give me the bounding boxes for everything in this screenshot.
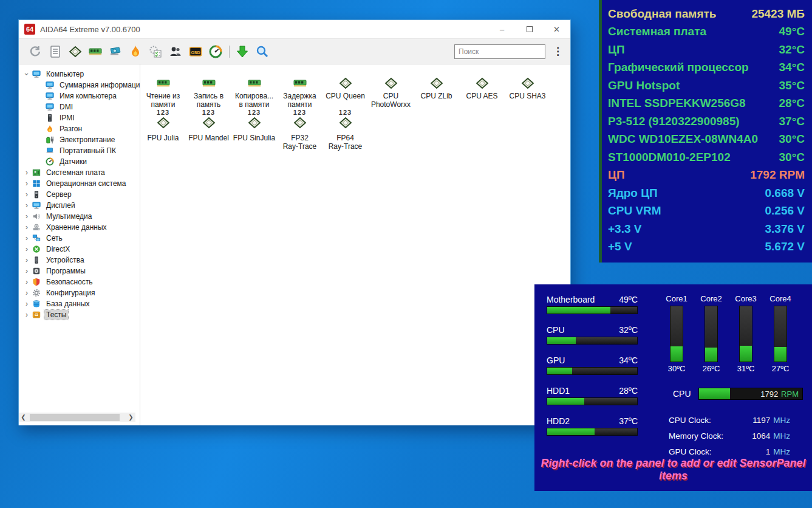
chevron-collapsed-icon[interactable]: › xyxy=(22,234,31,242)
chevron-collapsed-icon[interactable]: › xyxy=(22,267,31,275)
chevron-collapsed-icon[interactable]: › xyxy=(22,190,31,199)
sidebar-item-computer[interactable]: ›Компьютер xyxy=(19,69,140,80)
maximize-button[interactable] xyxy=(516,20,543,38)
benchmark-cpu-photoworxx[interactable]: CPUPhotoWorxx xyxy=(368,69,414,109)
chevron-collapsed-icon[interactable]: › xyxy=(22,278,31,286)
chevron-collapsed-icon[interactable]: › xyxy=(22,245,31,253)
sidebar-horizontal-scrollbar[interactable]: ❮ ❯ xyxy=(19,413,135,422)
memory-toolbar-icon[interactable] xyxy=(87,44,103,60)
sidebar-item-programs[interactable]: ›Программы xyxy=(19,266,140,276)
sidebar-item-security[interactable]: ›Безопасность xyxy=(19,276,140,287)
scroll-left-icon[interactable]: ❮ xyxy=(19,413,28,422)
update-toolbar-icon[interactable] xyxy=(234,44,250,60)
close-button[interactable]: ✕ xyxy=(543,20,570,38)
device-icon xyxy=(32,256,42,264)
benchmark-label: Запись впамять xyxy=(194,92,223,109)
sidebar-item-summary[interactable]: Суммарная информация xyxy=(19,80,140,91)
sidebar-item-label: Мультимедиа xyxy=(44,211,94,221)
sidebar-item-portable[interactable]: Портативный ПК xyxy=(19,145,140,156)
sidebar-item-storage[interactable]: ›Хранение данных xyxy=(19,222,140,233)
chevron-collapsed-icon[interactable]: › xyxy=(22,300,31,308)
benchmark-fp64-raytrace[interactable]: 123FP64Ray-Trace xyxy=(322,111,368,151)
minimize-button[interactable]: – xyxy=(488,20,516,38)
osd-row: ЦП1792 RPM xyxy=(608,166,805,185)
fpu-icon: 123 xyxy=(199,111,219,132)
benchmark-fpu-sinjulia[interactable]: 123FPU SinJulia xyxy=(231,111,277,151)
chevron-collapsed-icon[interactable]: › xyxy=(22,311,31,319)
gpu-toolbar-icon[interactable] xyxy=(107,44,123,60)
osd-value: 0.668 V xyxy=(765,187,805,200)
chevron-collapsed-icon[interactable]: › xyxy=(22,179,31,188)
scrollbar-thumb[interactable] xyxy=(30,414,120,421)
sidebar-item-config[interactable]: ›Конфигурация xyxy=(19,287,140,298)
sidebar-item-server[interactable]: ›Сервер xyxy=(19,189,140,200)
users-toolbar-icon[interactable] xyxy=(168,44,183,60)
benchmark-memory-read[interactable]: Чтение изпамяти xyxy=(140,69,186,109)
sidebar-item-motherboard[interactable]: ›Системная плата xyxy=(19,167,140,178)
sensor-panel[interactable]: Motherboard49ºCCPU32ºCGPU34ºCHDD128ºCHDD… xyxy=(534,284,812,491)
search-input[interactable] xyxy=(454,44,545,59)
overflow-menu-icon[interactable]: ⋮ xyxy=(553,49,563,55)
clock-label: GPU Clock: xyxy=(669,447,712,456)
gauge-value: 37ºC xyxy=(619,416,638,426)
chevron-collapsed-icon[interactable]: › xyxy=(22,223,31,232)
sidebar-item-benchmark[interactable]: ›Тесты xyxy=(19,309,140,320)
scrollbar-track[interactable] xyxy=(28,413,126,422)
gauge-toolbar-icon[interactable] xyxy=(208,44,223,60)
gauge-header: HDD128ºC xyxy=(547,386,638,396)
chevron-collapsed-icon[interactable]: › xyxy=(22,256,31,264)
chip-icon xyxy=(335,69,356,90)
zoomsearch-toolbar-icon[interactable] xyxy=(254,44,270,60)
sidebar-item-multimedia[interactable]: ›Мультимедиа xyxy=(19,211,140,222)
osd-value: 30°C xyxy=(779,132,805,146)
sidebar-item-dmi[interactable]: DMI xyxy=(19,101,140,112)
benchmark-cpu-sha3[interactable]: CPU SHA3 xyxy=(505,69,550,109)
sidebar-item-sensors[interactable]: Датчики xyxy=(19,156,140,167)
benchmark-fp32-raytrace[interactable]: 123FP32Ray-Trace xyxy=(277,111,322,151)
refresh-toolbar-icon[interactable] xyxy=(27,44,43,60)
osd-label: INTEL SSDPEKKW256G8 xyxy=(608,97,746,110)
chevron-expanded-icon[interactable]: › xyxy=(22,70,31,78)
sidebar-item-os[interactable]: ›Операционная система xyxy=(19,178,140,189)
benchmark-fpu-julia[interactable]: 123FPU Julia xyxy=(140,111,186,151)
benchmark-cpu-zlib[interactable]: CPU ZLib xyxy=(414,69,459,109)
benchmark-memory-latency[interactable]: Задержкапамяти xyxy=(277,69,322,109)
sidebar-item-label: Суммарная информация xyxy=(58,80,140,90)
benchmark-fpu-mandel[interactable]: 123FPU Mandel xyxy=(186,111,231,151)
chevron-collapsed-icon[interactable]: › xyxy=(22,289,31,297)
osd-panel[interactable]: Свободная память25423 МБСистемная плата4… xyxy=(599,0,812,263)
sidebar-item-label: Хранение данных xyxy=(44,222,109,232)
sidebar-item-ipmi[interactable]: IPMI xyxy=(19,112,140,123)
scroll-right-icon[interactable]: ❯ xyxy=(126,413,135,422)
osd-label: Свободная память xyxy=(608,7,717,21)
benchmark-label: FP32Ray-Trace xyxy=(283,134,317,151)
sidebar-item-devices[interactable]: ›Устройства xyxy=(19,255,140,266)
osd-toolbar-icon[interactable]: OSD xyxy=(188,44,203,60)
benchmark-cpu-queen[interactable]: CPU Queen xyxy=(322,69,368,109)
titlebar[interactable]: 64 AIDA64 Extreme v7.00.6700 – ✕ xyxy=(19,20,570,38)
chevron-collapsed-icon[interactable]: › xyxy=(22,168,31,177)
preferences-toolbar-icon[interactable] xyxy=(148,44,163,60)
chevron-collapsed-icon[interactable]: › xyxy=(22,201,31,210)
osd-value: 0.256 V xyxy=(765,204,805,218)
sidebar-item-computer-name[interactable]: Имя компьютера xyxy=(19,91,140,101)
report-toolbar-icon[interactable] xyxy=(47,44,63,60)
sidebar-item-database[interactable]: ›База данных xyxy=(19,298,140,309)
osd-label: Ядро ЦП xyxy=(608,187,658,200)
cpu-toolbar-icon[interactable] xyxy=(67,44,83,60)
chip-icon xyxy=(517,69,538,90)
core-bar xyxy=(739,306,752,362)
sidebar-item-overclock[interactable]: Разгон xyxy=(19,123,140,134)
burn-toolbar-icon[interactable] xyxy=(128,44,143,60)
sidebar-item-directx[interactable]: ›DirectX xyxy=(19,244,140,255)
benchmark-cpu-aes[interactable]: CPU AES xyxy=(459,69,505,109)
sidebar-item-network[interactable]: ›Сеть xyxy=(19,233,140,244)
sidebar-item-power[interactable]: Электропитание xyxy=(19,134,140,145)
benchmark-memory-write[interactable]: Запись впамять xyxy=(186,69,231,109)
benchmark-memory-copy[interactable]: Копирова...в памяти xyxy=(231,69,277,109)
sidebar-item-label: Безопасность xyxy=(44,277,95,287)
sidebar-item-display[interactable]: ›Дисплей xyxy=(19,200,140,211)
chevron-collapsed-icon[interactable]: › xyxy=(22,212,31,221)
benchmark-label: CPU Queen xyxy=(326,92,365,100)
osd-row: +5 V5.672 V xyxy=(608,238,805,256)
